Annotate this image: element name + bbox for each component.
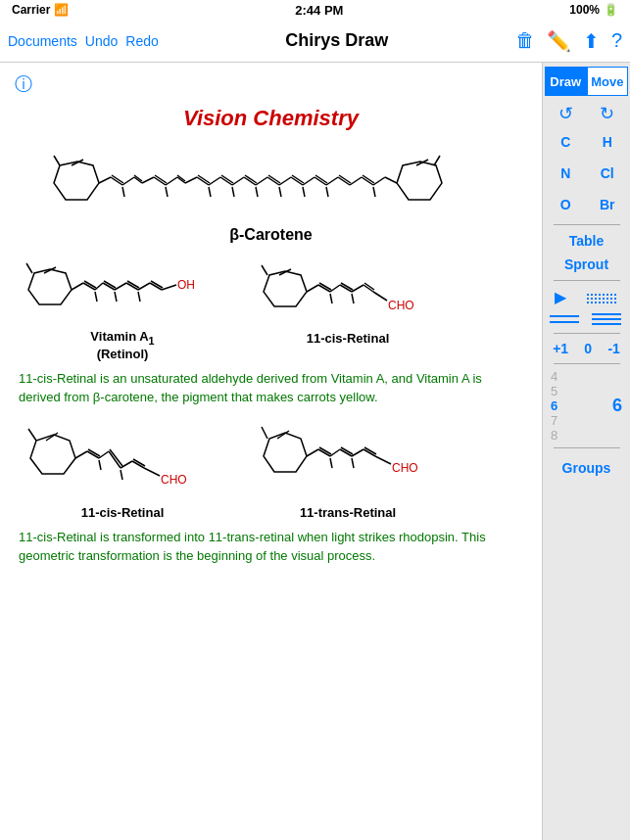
svg-line-47 [373, 177, 385, 185]
atom-h-button[interactable]: H [590, 128, 625, 156]
svg-line-80 [330, 294, 332, 303]
charge-minus-button[interactable]: -1 [607, 341, 619, 356]
carrier-label: Carrier [12, 3, 50, 17]
divider-1 [554, 224, 620, 225]
triple-bond-icon[interactable] [592, 312, 623, 326]
svg-line-63 [115, 283, 126, 290]
svg-line-20 [209, 177, 220, 185]
divider-4 [554, 363, 620, 364]
trash-icon[interactable]: 🗑 [515, 29, 535, 52]
single-bond-icon[interactable]: ▶ [555, 288, 566, 306]
divider-3 [554, 333, 620, 334]
svg-line-70 [138, 292, 140, 302]
undo-button[interactable]: Undo [85, 33, 118, 49]
nav-title: Chirys Draw [159, 30, 515, 51]
ring-num-8[interactable]: 8 [551, 428, 557, 443]
description-1: 11-cis-Retinal is an unsaturated aldehyd… [19, 369, 523, 407]
bond-row: ▶ [545, 288, 628, 306]
atom-n-button[interactable]: N [548, 160, 583, 187]
status-bar: Carrier 📶 2:44 PM 100% 🔋 [0, 0, 630, 20]
svg-marker-48 [397, 162, 442, 200]
retinal-bottom-left-label: 11-cis-Retinal [81, 505, 165, 520]
nav-left: Documents Undo Redo [8, 33, 159, 49]
atom-c-button[interactable]: C [548, 128, 583, 156]
edit-icon[interactable]: ✏️ [547, 29, 571, 53]
svg-line-60 [95, 292, 97, 302]
info-button[interactable]: ⓘ [15, 72, 527, 96]
svg-line-115 [352, 449, 363, 456]
charge-row: +1 0 -1 [545, 341, 628, 356]
bond-row-2 [545, 312, 628, 326]
active-ring-label: 6 [612, 396, 622, 416]
retinal-bottom-right-label: 11-trans-Retinal [300, 505, 396, 520]
svg-line-118 [352, 458, 354, 468]
svg-line-79 [330, 285, 340, 292]
dashed-bond-icon[interactable] [587, 291, 618, 304]
svg-marker-73 [264, 271, 307, 306]
description-2: 11-cis-Retinal is transformed into 11-tr… [19, 528, 523, 566]
status-left: Carrier 📶 [12, 3, 69, 17]
svg-line-99 [121, 461, 132, 468]
svg-line-32 [279, 177, 291, 185]
svg-line-87 [373, 292, 387, 301]
svg-line-13 [166, 177, 177, 185]
battery-label: 100% [569, 3, 600, 17]
nav-bar: Documents Undo Redo Chirys Draw 🗑 ✏️ ⬆ ? [0, 20, 630, 63]
svg-line-76 [307, 285, 318, 292]
beta-carotene-structure [36, 146, 507, 224]
redo-button[interactable]: Redo [125, 33, 158, 49]
svg-line-39 [303, 187, 305, 197]
svg-text:CHO: CHO [161, 473, 187, 487]
divider-5 [554, 447, 620, 448]
battery-icon: 🔋 [604, 3, 618, 17]
atom-br-button[interactable]: Br [590, 191, 625, 218]
svg-line-10 [142, 177, 154, 183]
ring-num-5[interactable]: 5 [551, 384, 557, 398]
retinal-bottom-right-item: CHO 11-trans-Retinal [250, 417, 446, 520]
redo-icon[interactable]: ↻ [600, 103, 614, 124]
ring-num-6[interactable]: 6 [551, 398, 557, 413]
svg-line-119 [375, 456, 391, 464]
charge-zero-button[interactable]: 0 [584, 341, 592, 356]
double-bond-icon[interactable] [550, 312, 581, 326]
ring-num-7[interactable]: 7 [551, 413, 557, 428]
charge-plus-button[interactable]: +1 [553, 341, 568, 356]
atom-row-ch: C H [545, 128, 628, 156]
svg-line-97 [109, 451, 121, 468]
nav-right: 🗑 ✏️ ⬆ ? [515, 29, 622, 53]
help-icon[interactable]: ? [611, 29, 622, 52]
atom-cl-button[interactable]: Cl [590, 160, 625, 187]
svg-line-6 [122, 177, 134, 185]
documents-button[interactable]: Documents [8, 33, 77, 49]
svg-text:CHO: CHO [392, 461, 418, 475]
draw-button[interactable]: Draw [545, 67, 587, 96]
status-time: 2:44 PM [295, 3, 343, 18]
retinal-top-structure: CHO [250, 256, 446, 329]
svg-line-43 [350, 177, 362, 185]
svg-line-86 [352, 294, 354, 303]
ring-num-4[interactable]: 4 [551, 369, 557, 384]
wifi-icon: 📶 [54, 3, 69, 17]
svg-line-92 [75, 451, 87, 458]
groups-button[interactable]: Groups [545, 457, 628, 479]
divider-2 [554, 280, 620, 281]
svg-line-35 [279, 187, 281, 197]
sprout-button[interactable]: Sprout [545, 254, 628, 275]
svg-line-40 [326, 177, 338, 185]
vitamin-retinal-row: OH Vitamin A1 (Retinol) [15, 256, 527, 361]
vitamin-a-structure: OH [15, 256, 230, 329]
svg-marker-53 [28, 269, 72, 304]
svg-line-91 [28, 429, 36, 441]
share-icon[interactable]: ⬆ [583, 29, 600, 53]
svg-marker-0 [54, 162, 99, 200]
retinal-bottom-right-structure: CHO [250, 417, 446, 505]
table-button[interactable]: Table [545, 230, 628, 252]
atom-o-button[interactable]: O [548, 191, 583, 218]
undo-icon[interactable]: ↺ [558, 103, 573, 124]
active-ring-display: 6 [612, 369, 622, 443]
move-button[interactable]: Move [587, 67, 629, 96]
mode-toggle: Draw Move [545, 67, 628, 96]
svg-line-16 [166, 187, 168, 197]
svg-line-66 [115, 292, 117, 302]
svg-line-103 [144, 468, 160, 476]
